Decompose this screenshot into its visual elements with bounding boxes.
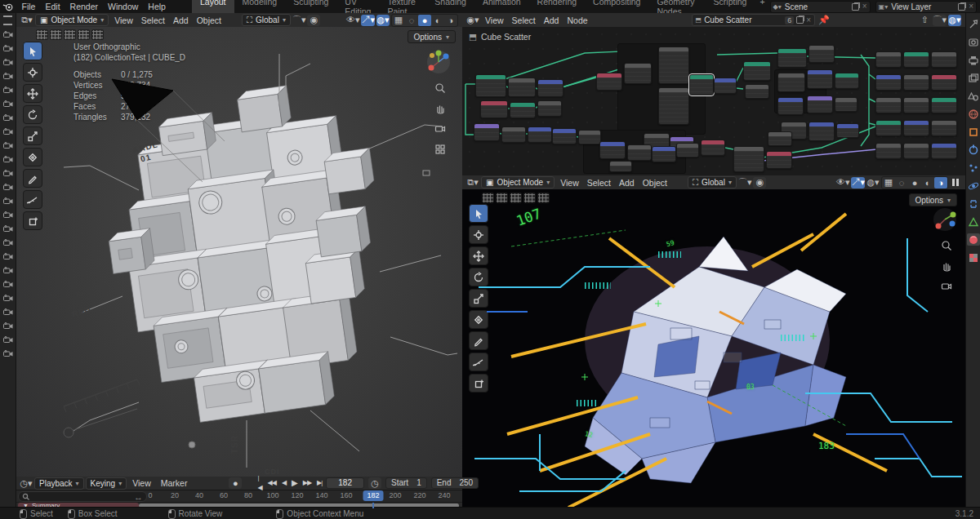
- menu-select[interactable]: Select: [583, 178, 615, 188]
- properties-tab-world[interactable]: [967, 108, 980, 120]
- play-button[interactable]: ▶: [289, 478, 300, 488]
- snap-icon[interactable]: ⌒▾: [292, 15, 306, 26]
- node[interactable]: [475, 74, 506, 97]
- node[interactable]: [480, 100, 508, 118]
- properties-tab-physics[interactable]: [967, 180, 980, 192]
- node[interactable]: [835, 97, 858, 112]
- orientation-dropdown[interactable]: ⛶Global▾: [688, 176, 737, 189]
- view-navigation-gizmo[interactable]: [933, 207, 957, 232]
- hamburger-icon[interactable]: [3, 16, 12, 25]
- menu-render[interactable]: Render: [65, 2, 103, 11]
- camera-icon[interactable]: [3, 30, 13, 40]
- current-frame-field[interactable]: 182: [326, 477, 364, 489]
- proportional-edit-icon[interactable]: ◉: [753, 177, 766, 189]
- node[interactable]: [552, 128, 577, 144]
- menu-edit[interactable]: Edit: [40, 2, 65, 11]
- camera-icon[interactable]: [3, 322, 13, 331]
- shading-rendered-icon[interactable]: ◑: [934, 177, 947, 189]
- timeline-view-menu[interactable]: View: [128, 478, 155, 488]
- record-button[interactable]: ●: [229, 477, 242, 489]
- node[interactable]: [609, 161, 632, 172]
- properties-tab-data[interactable]: [967, 215, 980, 228]
- pause-icon[interactable]: [950, 179, 961, 186]
- menu-select[interactable]: Select: [508, 16, 540, 25]
- camera-icon[interactable]: [3, 72, 13, 82]
- node[interactable]: [578, 130, 601, 144]
- mode-dropdown[interactable]: ▣Object Mode▾: [35, 14, 109, 26]
- node[interactable]: [658, 47, 689, 84]
- scene-selector[interactable]: ◆▾ Scene ×: [770, 1, 871, 13]
- snap-icon[interactable]: ⌒▾: [738, 177, 752, 189]
- node[interactable]: [501, 126, 526, 143]
- camera-icon[interactable]: [3, 169, 13, 179]
- node[interactable]: [768, 131, 792, 146]
- xray-icon[interactable]: ▦: [392, 15, 405, 26]
- node[interactable]: [931, 143, 957, 159]
- node[interactable]: [599, 141, 626, 159]
- camera-icon[interactable]: [3, 86, 13, 95]
- node[interactable]: [508, 78, 536, 97]
- editor-type-icon[interactable]: ◉▾: [466, 15, 479, 26]
- menu-add[interactable]: Add: [540, 16, 564, 25]
- menu-view[interactable]: View: [110, 16, 137, 25]
- node[interactable]: [745, 84, 769, 99]
- camera-icon[interactable]: [3, 127, 13, 137]
- zoom-icon[interactable]: [434, 82, 446, 95]
- camera-icon[interactable]: [3, 349, 13, 359]
- node[interactable]: [627, 144, 652, 161]
- node[interactable]: [537, 100, 562, 117]
- timeline-ruler[interactable]: ↔ 020406080100120140160200220240 182: [16, 490, 462, 503]
- editor-type-icon[interactable]: ⧉▾: [466, 177, 479, 189]
- gizmos-icon[interactable]: 🡕▾: [851, 177, 865, 189]
- node[interactable]: [903, 120, 929, 136]
- menu-view[interactable]: View: [556, 178, 583, 188]
- overlays-icon[interactable]: ◍▾: [376, 15, 390, 26]
- shading-solid-icon[interactable]: ●: [418, 15, 431, 26]
- node[interactable]: [903, 51, 929, 68]
- menu-add[interactable]: Add: [169, 16, 193, 25]
- node[interactable]: [714, 78, 737, 94]
- node[interactable]: [903, 74, 929, 91]
- new-scene-icon[interactable]: [852, 3, 859, 11]
- node[interactable]: [903, 143, 929, 159]
- properties-tab-object[interactable]: [967, 126, 980, 138]
- new-view-layer-icon[interactable]: [958, 3, 965, 11]
- menu-add[interactable]: Add: [615, 178, 639, 188]
- grid-toggle-icon[interactable]: [434, 144, 446, 157]
- node[interactable]: [931, 74, 957, 91]
- properties-tab-render[interactable]: [967, 36, 980, 48]
- editor-type-icon[interactable]: ⧉▾: [20, 15, 33, 26]
- node[interactable]: [903, 97, 929, 113]
- node[interactable]: [777, 48, 807, 68]
- proportional-edit-icon[interactable]: ◉: [307, 15, 320, 26]
- frame-start-field[interactable]: Start1: [385, 477, 427, 489]
- frame-end-field[interactable]: End250: [431, 477, 479, 489]
- playback-dropdown[interactable]: Playback▾: [34, 477, 84, 490]
- view-navigation-gizmo[interactable]: [426, 50, 451, 74]
- menu-object[interactable]: Object: [193, 16, 225, 25]
- shading-solid-icon[interactable]: ●: [908, 177, 921, 189]
- shading-wireframe-icon[interactable]: ◌: [895, 177, 908, 189]
- node[interactable]: [875, 120, 902, 136]
- menu-select[interactable]: Select: [137, 16, 169, 25]
- node[interactable]: [676, 143, 699, 157]
- node[interactable]: [931, 120, 957, 136]
- menu-window[interactable]: Window: [103, 2, 143, 11]
- camera-icon[interactable]: [3, 44, 13, 54]
- keying-dropdown[interactable]: Keying▾: [86, 477, 127, 490]
- mode-dropdown[interactable]: ▣Object Mode▾: [481, 176, 555, 189]
- view-layer-selector[interactable]: ▣▾ View Layer ×: [875, 1, 977, 13]
- camera-icon[interactable]: [3, 335, 13, 345]
- node[interactable]: [701, 140, 725, 156]
- unlink-node-group-icon[interactable]: ×: [806, 16, 811, 24]
- node[interactable]: [875, 74, 902, 91]
- close-view-layer-icon[interactable]: ×: [969, 2, 973, 11]
- gizmos-icon[interactable]: 🡕▾: [361, 15, 375, 26]
- menu-object[interactable]: Object: [639, 178, 671, 188]
- node[interactable]: [652, 146, 676, 162]
- node-group-selector[interactable]: ⬒ Cube Scatter 6 ×: [692, 14, 815, 26]
- menu-help[interactable]: Help: [143, 2, 171, 11]
- shading-material-icon[interactable]: ◐: [431, 15, 444, 26]
- properties-tab-output[interactable]: [967, 54, 980, 66]
- node-canvas[interactable]: ⬒ Cube Scatter: [462, 27, 965, 175]
